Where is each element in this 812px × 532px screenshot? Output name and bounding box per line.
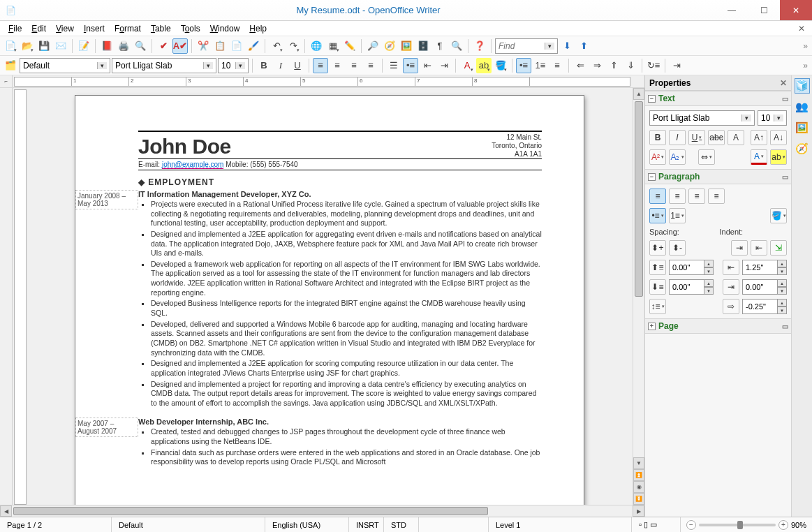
find-toolbar-input[interactable]: ▾: [495, 38, 558, 54]
promote-button[interactable]: ⇐: [573, 58, 588, 73]
email-link[interactable]: john@example.com: [162, 161, 224, 169]
minimize-button[interactable]: —: [716, 0, 748, 20]
status-language[interactable]: English (USA): [265, 517, 349, 532]
panel-font-combo[interactable]: Port Lligat Slab▾: [649, 110, 755, 126]
sidebar-properties-icon[interactable]: 🧊: [795, 78, 810, 94]
section-paragraph-header[interactable]: − Paragraph ▭: [645, 169, 791, 184]
undo-button[interactable]: ↶: [269, 38, 284, 54]
sidebar-styles-icon[interactable]: 👥: [795, 99, 810, 114]
scroll-left-button[interactable]: ◀: [0, 505, 12, 517]
panel-size-combo[interactable]: 10▾: [758, 110, 787, 126]
zoom-value[interactable]: 90%: [791, 521, 806, 529]
panel-bullets-button[interactable]: •≡: [649, 208, 666, 223]
move-down-button[interactable]: ⇓: [623, 58, 638, 73]
more-options-icon[interactable]: ▭: [782, 173, 788, 181]
left-indent-input[interactable]: ▲▼: [742, 260, 787, 275]
section-employment[interactable]: EMPLOYMENT: [138, 177, 542, 187]
gallery-button[interactable]: 🖼️: [399, 38, 414, 54]
autospellcheck-button[interactable]: A✔: [172, 38, 188, 54]
numbered-list-button[interactable]: ☰: [386, 58, 401, 73]
navigator-button[interactable]: 🧭: [382, 38, 397, 54]
status-outline[interactable]: Level 1: [489, 517, 632, 532]
right-indent-input[interactable]: ▲▼: [742, 279, 787, 295]
decrease-indent-button[interactable]: ⇤: [420, 58, 435, 73]
zoom-slider[interactable]: [699, 524, 776, 526]
scroll-down-button[interactable]: ▼: [633, 457, 644, 469]
panel-underline-button[interactable]: U: [688, 130, 705, 145]
panel-shrink-font-button[interactable]: A↓: [770, 130, 787, 145]
hyperlink-button[interactable]: 🌐: [309, 38, 324, 54]
zoom-button[interactable]: 🔍: [449, 38, 464, 54]
outline-numbers-button[interactable]: 1≡: [533, 58, 548, 73]
page-1[interactable]: John Doe 12 Main St. Toronto, Ontario A1…: [75, 95, 584, 505]
table-button[interactable]: ▦: [325, 38, 341, 54]
vertical-scrollbar[interactable]: ▲ ▼ ⏫ ◉ ⏬: [633, 88, 644, 505]
scroll-thumb[interactable]: [635, 101, 643, 297]
menu-tools[interactable]: Tools: [177, 22, 205, 35]
font-size-combo[interactable]: 10▾: [218, 58, 249, 73]
panel-super-button[interactable]: A²: [649, 149, 666, 165]
italic-button[interactable]: I: [273, 58, 288, 73]
maximize-button[interactable]: ☐: [748, 0, 780, 20]
panel-align-left[interactable]: ≡: [649, 189, 666, 204]
panel-spacing-button[interactable]: ⇔: [698, 149, 715, 165]
print-button[interactable]: 🖨️: [116, 38, 131, 54]
font-color-button[interactable]: A: [459, 58, 475, 73]
first-line-indent-input[interactable]: ▲▼: [742, 299, 787, 314]
open-button[interactable]: 📂: [20, 38, 35, 54]
increase-indent-button[interactable]: ⇥: [436, 58, 452, 73]
datasources-button[interactable]: 🗄️: [415, 38, 431, 54]
menu-edit[interactable]: Edit: [27, 22, 50, 35]
font-name-combo[interactable]: Port Lligat Slab▾: [112, 58, 216, 73]
job-1[interactable]: January 2008 – May 2013 IT Information M…: [138, 190, 542, 409]
section-text-header[interactable]: − Text ▭: [645, 91, 791, 106]
tab-button[interactable]: ⇥: [669, 58, 684, 73]
align-center-button[interactable]: ≡: [330, 58, 345, 73]
zoom-control[interactable]: − + 90%: [681, 520, 812, 530]
decrease-indent-panel[interactable]: ⇤: [751, 240, 767, 256]
resume-address[interactable]: 12 Main St. Toronto, Ontario A1A 1A1: [492, 133, 542, 158]
job-1-bullets[interactable]: Projects were executed in a Rational Uni…: [138, 200, 542, 408]
next-page-button[interactable]: ⏬: [633, 493, 644, 505]
menu-window[interactable]: Window: [206, 22, 244, 35]
panel-numbering-button[interactable]: 1≡: [669, 208, 686, 223]
align-justify-button[interactable]: ≡: [363, 58, 378, 73]
menu-table[interactable]: Table: [147, 22, 175, 35]
view-layout-buttons[interactable]: ▫ ▯ ▭: [632, 517, 681, 532]
scroll-right-button[interactable]: ▶: [633, 505, 644, 517]
properties-close-icon[interactable]: ✕: [780, 78, 787, 88]
bg-color-button[interactable]: 🪣: [493, 58, 508, 73]
nav-object-button[interactable]: ◉: [633, 481, 644, 493]
panel-fontcolor-button[interactable]: A: [751, 149, 767, 165]
expand-icon[interactable]: +: [648, 323, 656, 330]
menu-file[interactable]: File: [4, 22, 26, 35]
panel-italic-button[interactable]: I: [669, 130, 686, 145]
bullet-list-button[interactable]: •≡: [403, 58, 418, 73]
panel-strike-button[interactable]: abc: [708, 130, 725, 145]
menu-format[interactable]: Format: [110, 22, 145, 35]
panel-bgcolor-button[interactable]: 🪣: [770, 208, 787, 223]
resume-contact[interactable]: E-mail: john@example.com Mobile: (555) 5…: [138, 161, 542, 170]
status-selmode[interactable]: STD: [384, 517, 419, 532]
highlight-button[interactable]: ab: [476, 58, 492, 73]
find-replace-button[interactable]: 🔎: [365, 38, 381, 54]
zoom-in-button[interactable]: +: [778, 520, 788, 530]
document-close-icon[interactable]: ✕: [795, 24, 808, 34]
toolbar-overflow-icon[interactable]: »: [802, 41, 809, 51]
sidebar-navigator-icon[interactable]: 🧭: [795, 141, 810, 156]
nonprinting-button[interactable]: ¶: [432, 38, 448, 54]
job-1-title[interactable]: IT Information Management Developer, XYZ…: [138, 190, 542, 198]
hanging-indent-button[interactable]: ⇲: [770, 240, 787, 256]
zoom-out-button[interactable]: −: [686, 520, 696, 530]
format-paintbrush-button[interactable]: 🖌️: [246, 38, 261, 54]
collapse-icon[interactable]: −: [648, 95, 656, 103]
menu-help[interactable]: Help: [245, 22, 271, 35]
status-page[interactable]: Page 1 / 2: [0, 517, 112, 532]
demote-button[interactable]: ⇒: [589, 58, 605, 73]
styles-window-button[interactable]: 🗂️: [3, 58, 18, 73]
outline-roman-button[interactable]: ≡: [549, 58, 565, 73]
below-spacing-input[interactable]: ▲▼: [669, 279, 714, 295]
edit-file-button[interactable]: 📝: [76, 38, 91, 54]
status-style[interactable]: Default: [112, 517, 265, 532]
copy-button[interactable]: 📋: [212, 38, 228, 54]
